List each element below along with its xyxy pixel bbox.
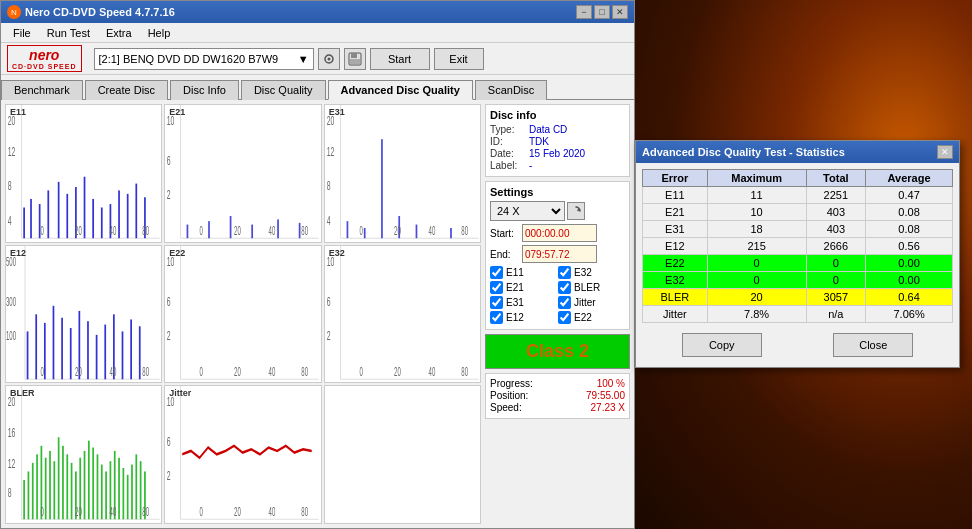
tab-bar: Benchmark Create Disc Disc Info Disc Qua… [1,75,634,100]
tab-scandisc[interactable]: ScanDisc [475,80,547,100]
svg-text:80: 80 [142,505,149,519]
close-button[interactable]: Close [833,333,913,357]
checkbox-grid: E11 E32 E21 BLER E31 Jitter E12 E22 [490,266,625,325]
svg-text:4: 4 [326,212,330,227]
tab-disc-info[interactable]: Disc Info [170,80,239,100]
svg-rect-24 [135,184,137,239]
svg-rect-11 [23,207,25,238]
settings-title: Settings [490,186,625,198]
chart-e32: E32 10 6 2 0 20 40 80 [324,245,481,384]
checkbox-bler[interactable]: BLER [558,281,625,294]
col-average: Average [866,170,953,187]
svg-text:0: 0 [41,505,44,519]
menu-extra[interactable]: Extra [98,25,140,41]
svg-rect-126 [101,465,103,520]
svg-point-1 [327,57,330,60]
minimize-button[interactable]: − [576,5,592,19]
checkbox-jitter[interactable]: Jitter [558,296,625,309]
svg-rect-37 [230,216,232,238]
end-time-input[interactable] [522,245,597,263]
stats-close-x-button[interactable]: ✕ [937,145,953,159]
svg-text:12: 12 [8,144,16,159]
row-e21-total: 403 [806,204,866,221]
svg-text:2: 2 [167,468,171,483]
svg-text:20: 20 [75,223,82,237]
menu-file[interactable]: File [5,25,39,41]
refresh-icon-button[interactable] [567,202,585,220]
menu-help[interactable]: Help [140,25,179,41]
exit-button[interactable]: Exit [434,48,484,70]
start-time-input[interactable] [522,224,597,242]
svg-rect-51 [346,221,348,238]
info-panel: Disc info Type: Data CD ID: TDK Date: 15… [485,104,630,524]
checkbox-e31[interactable]: E31 [490,296,557,309]
svg-text:0: 0 [41,223,44,237]
svg-text:20: 20 [394,364,401,378]
svg-text:6: 6 [167,293,171,308]
svg-text:40: 40 [110,364,117,378]
settings-icon-button[interactable] [318,48,340,70]
svg-text:8: 8 [8,178,12,193]
svg-text:40: 40 [269,505,276,519]
svg-rect-113 [45,458,47,520]
svg-rect-16 [66,194,68,238]
row-e32-total: 0 [806,272,866,289]
svg-rect-131 [122,468,124,519]
svg-text:80: 80 [142,364,149,378]
svg-rect-19 [92,199,94,238]
class-badge-text: Class 2 [526,341,589,361]
row-e12-error: E12 [643,238,708,255]
table-row: E12 215 2666 0.56 [643,238,953,255]
refresh-icon [570,205,582,217]
speed-row: 24 X [490,201,625,221]
chart-e11-label: E11 [10,107,26,117]
close-button[interactable]: ✕ [612,5,628,19]
disc-label-val: - [529,160,532,171]
disc-id-row: ID: TDK [490,136,625,147]
svg-text:8: 8 [8,485,12,500]
chart-e31-svg: 20 12 8 4 0 20 40 [325,105,480,242]
row-jitter-max: 7.8% [707,306,806,323]
checkbox-e11[interactable]: E11 [490,266,557,279]
row-e21-avg: 0.08 [866,204,953,221]
checkbox-e12[interactable]: E12 [490,311,557,324]
svg-text:40: 40 [428,364,435,378]
svg-text:40: 40 [269,223,276,237]
settings-box: Settings 24 X Start: [485,181,630,330]
tab-create-disc[interactable]: Create Disc [85,80,168,100]
tab-disc-quality[interactable]: Disc Quality [241,80,326,100]
disc-date-val: 15 Feb 2020 [529,148,585,159]
svg-rect-111 [36,455,38,520]
drive-selector[interactable]: [2:1] BENQ DVD DD DW1620 B7W9 ▼ [94,48,314,70]
svg-text:8: 8 [326,178,330,193]
table-row-e22: E22 0 0 0.00 [643,255,953,272]
svg-rect-67 [35,314,37,379]
row-e12-total: 2666 [806,238,866,255]
copy-button[interactable]: Copy [682,333,762,357]
disc-date-key: Date: [490,148,525,159]
svg-text:20: 20 [234,505,241,519]
end-label: End: [490,249,520,260]
maximize-button[interactable]: □ [594,5,610,19]
checkbox-e22[interactable]: E22 [558,311,625,324]
svg-rect-109 [28,472,30,520]
svg-text:2: 2 [167,186,171,201]
tab-benchmark[interactable]: Benchmark [1,80,83,100]
start-button[interactable]: Start [370,48,430,70]
tab-advanced-disc-quality[interactable]: Advanced Disc Quality [328,80,473,100]
checkbox-e21[interactable]: E21 [490,281,557,294]
svg-rect-3 [351,53,357,58]
row-jitter-error: Jitter [643,306,708,323]
svg-text:40: 40 [110,505,117,519]
chart-e22-label: E22 [169,248,185,258]
nero-text: nero [29,47,59,63]
save-icon-button[interactable] [344,48,366,70]
speed-select[interactable]: 24 X [490,201,565,221]
svg-rect-20 [101,207,103,238]
menu-run-test[interactable]: Run Test [39,25,98,41]
svg-text:0: 0 [359,364,362,378]
chart-e11: E11 20 12 8 4 [5,104,162,243]
svg-rect-123 [88,441,90,520]
checkbox-e32[interactable]: E32 [558,266,625,279]
row-e22-max: 0 [707,255,806,272]
